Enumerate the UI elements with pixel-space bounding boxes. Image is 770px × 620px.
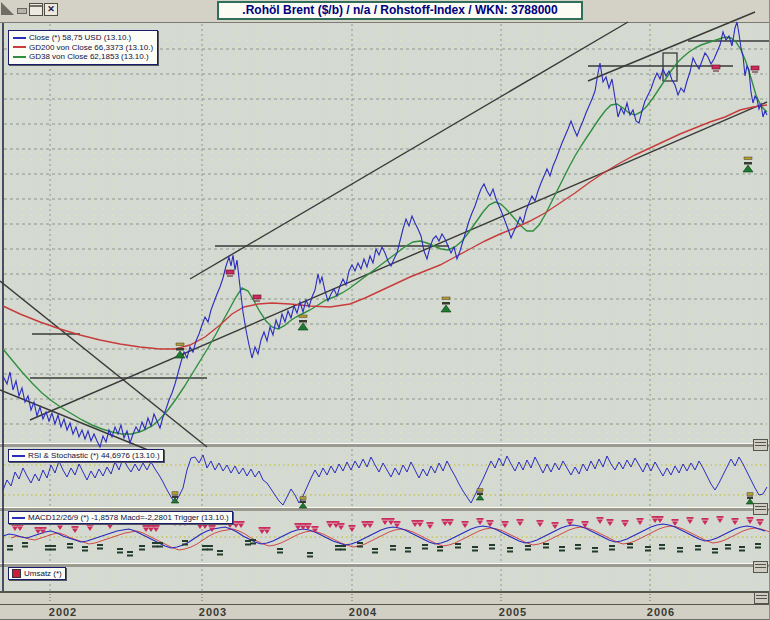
volume-panel-menu-icon[interactable] <box>753 561 768 573</box>
macd-label-box[interactable]: MACD12/26/9 (*) -1,8578 Macd=-2,2801 Tri… <box>8 511 233 524</box>
close-line-swatch <box>13 37 26 39</box>
rsi-label: RSI & Stochastic (*) 44,6976 (13.10.) <box>28 451 160 460</box>
chart-window: ✕ .Rohöl Brent ($/b) / n/a / Rohstoff-In… <box>0 0 770 620</box>
volume-label-box[interactable]: Umsatz (*) <box>8 567 66 580</box>
legend-label: GD38 von Close 62,1853 (13.10.) <box>29 52 149 62</box>
macd-label: MACD12/26/9 (*) -1,8578 Macd=-2,2801 Tri… <box>28 513 229 522</box>
legend-label: Close (*) 58,75 USD (13.10.) <box>29 33 131 43</box>
volume-label: Umsatz (*) <box>24 569 62 578</box>
rsi-line-swatch <box>12 455 25 457</box>
macd-line-swatch <box>12 517 25 519</box>
legend[interactable]: Close (*) 58,75 USD (13.10.) GD200 von C… <box>8 30 158 65</box>
year-label: 2005 <box>499 606 527 618</box>
year-label: 2006 <box>647 606 675 618</box>
year-label: 2002 <box>49 606 77 618</box>
legend-item-gd200: GD200 von Close 66,3373 (13.10.) <box>13 43 153 53</box>
legend-label: GD200 von Close 66,3373 (13.10.) <box>29 43 153 53</box>
rsi-panel-menu-icon[interactable] <box>753 439 768 451</box>
gd38-line-swatch <box>13 56 26 58</box>
gd200-line-swatch <box>13 46 26 48</box>
rsi-label-box[interactable]: RSI & Stochastic (*) 44,6976 (13.10.) <box>8 449 164 462</box>
macd-panel-menu-icon[interactable] <box>753 503 768 515</box>
legend-item-gd38: GD38 von Close 62,1853 (13.10.) <box>13 52 153 62</box>
year-label: 2003 <box>199 606 227 618</box>
volume-swatch <box>12 569 21 578</box>
legend-item-close: Close (*) 58,75 USD (13.10.) <box>13 33 153 43</box>
axis-menu-icon[interactable] <box>754 592 769 604</box>
year-label: 2004 <box>349 606 377 618</box>
chart-canvas[interactable] <box>0 0 770 620</box>
